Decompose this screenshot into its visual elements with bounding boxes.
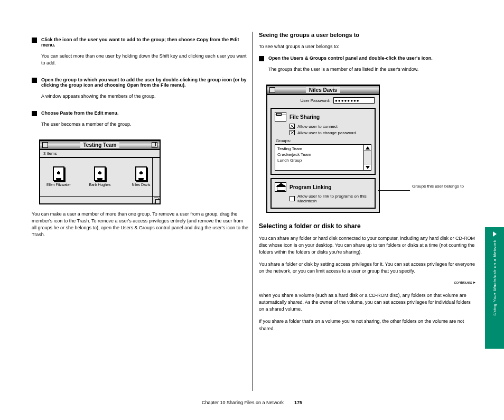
step-bullet-icon xyxy=(32,111,37,116)
password-label: User Password: xyxy=(301,98,330,103)
step-4: Open the group to which you want to add … xyxy=(32,77,248,105)
page-footer: Chapter 10 Sharing Files on a Network 17… xyxy=(0,400,504,405)
window-titlebar[interactable]: Testing Team xyxy=(40,141,160,150)
step-4-title: Open the group to which you want to add … xyxy=(41,77,248,88)
left-column: Click the icon of the user you want to a… xyxy=(32,32,248,244)
seeing-heading: Seeing the groups a user belongs to xyxy=(259,32,475,38)
seeing-intro: To see what groups a user belongs to: xyxy=(259,43,475,50)
checkbox-icon[interactable] xyxy=(290,130,295,135)
groups-list-item[interactable]: Lunch Group xyxy=(277,158,361,164)
group-members-row: Ellen Fitzwater Barb Hughes Niles Davis xyxy=(40,158,160,200)
step-bullet-icon xyxy=(32,78,37,83)
tab-arrow-icon xyxy=(493,231,497,237)
user-window: Niles Davis User Password: ●●●●●●●● File… xyxy=(266,85,380,213)
tip-p2: If you share a folder that's on a volume… xyxy=(259,318,475,332)
house-icon xyxy=(275,182,286,192)
groups-label: Groups: xyxy=(276,138,371,143)
allow-connect-label: Allow user to connect xyxy=(297,124,338,129)
step-3: Click the icon of the user you want to a… xyxy=(32,37,248,72)
tip-p1: When you share a volume (such as a hard … xyxy=(259,292,475,313)
allow-link-row[interactable]: Allow user to link to programs on this M… xyxy=(290,194,371,203)
file-sharing-section: File Sharing Allow user to connect Allow… xyxy=(270,108,376,175)
groups-list[interactable]: Testing Team Crackerjack Team Lunch Grou… xyxy=(275,145,363,170)
selecting-p2: You share a folder or disk by setting ac… xyxy=(259,261,475,275)
group-window: Testing Team 3 items Ellen Fitzwater Bar… xyxy=(39,139,161,204)
user-icon xyxy=(53,166,64,181)
tab-label: Using Your Macintosh on a Network xyxy=(492,240,497,316)
allow-link-label: Allow user to link to programs on this M… xyxy=(297,194,371,203)
step-3-body: You can select more than one user by hol… xyxy=(41,53,248,67)
remove-user-paragraph: You can make a user a member of more tha… xyxy=(32,211,248,238)
password-row: User Password: ●●●●●●●● xyxy=(267,95,379,108)
selecting-heading: Selecting a folder or disk to share xyxy=(259,222,475,230)
window-titlebar[interactable]: Niles Davis xyxy=(267,86,379,95)
chapter-side-tab: Using Your Macintosh on a Network xyxy=(485,227,504,349)
scrollbar-horizontal[interactable] xyxy=(40,196,152,203)
footer-chapter-title: Chapter 10 Sharing Files on a Network xyxy=(202,400,284,405)
member-item[interactable]: Barb Hughes xyxy=(86,166,114,187)
scrollbar-vertical[interactable] xyxy=(152,158,160,196)
zoom-box-icon[interactable] xyxy=(152,142,157,148)
close-box-icon[interactable] xyxy=(269,87,275,93)
scroll-up-icon[interactable] xyxy=(364,145,371,151)
member-name: Niles Davis xyxy=(127,183,155,187)
step-open-body: The groups that the user is a member of … xyxy=(268,66,475,73)
member-item[interactable]: Ellen Fitzwater xyxy=(44,166,73,187)
grow-box-icon[interactable] xyxy=(152,196,160,203)
user-icon xyxy=(94,166,106,181)
member-name: Ellen Fitzwater xyxy=(44,183,73,187)
member-name: Barb Hughes xyxy=(86,183,114,187)
close-box-icon[interactable] xyxy=(42,142,48,148)
step-bullet-icon xyxy=(259,56,264,61)
groups-scrollbar[interactable] xyxy=(363,145,371,170)
program-linking-title: Program Linking xyxy=(290,184,331,190)
user-icon xyxy=(135,166,147,181)
file-sharing-title: File Sharing xyxy=(290,114,320,120)
checkbox-icon[interactable] xyxy=(290,196,295,201)
window-info-bar: 3 items xyxy=(40,150,160,158)
groups-list-item[interactable]: Crackerjack Team xyxy=(277,152,361,158)
step-3-title: Click the icon of the user you want to a… xyxy=(41,37,248,48)
step-5: Choose Paste from the Edit menu. The use… xyxy=(32,110,248,133)
groups-listbox: Testing Team Crackerjack Team Lunch Grou… xyxy=(275,144,371,171)
groups-callout: Groups this user belongs to xyxy=(412,184,491,189)
window-title: Niles Davis xyxy=(306,87,340,93)
step-4-body: A window appears showing the members of … xyxy=(41,93,248,100)
step-bullet-icon xyxy=(32,38,37,43)
callout-line xyxy=(378,190,410,191)
allow-change-pw-row[interactable]: Allow user to change password xyxy=(290,130,371,135)
continues-marker: continues ▸ xyxy=(259,280,475,285)
step-open-title: Open the Users & Groups control panel an… xyxy=(268,55,475,61)
allow-connect-row[interactable]: Allow user to connect xyxy=(290,124,371,129)
step-open-user: Open the Users & Groups control panel an… xyxy=(259,55,475,78)
continue-arrow-icon: ▸ xyxy=(473,280,475,285)
right-column: Seeing the groups a user belongs to To s… xyxy=(259,32,475,338)
step-5-body: The user becomes a member of the group. xyxy=(41,121,248,128)
program-linking-section: Program Linking Allow user to link to pr… xyxy=(270,178,376,209)
checkbox-icon[interactable] xyxy=(290,124,295,129)
allow-change-pw-label: Allow user to change password xyxy=(297,130,356,135)
footer-page-number: 175 xyxy=(294,400,302,405)
scroll-track[interactable] xyxy=(364,151,371,164)
member-item[interactable]: Niles Davis xyxy=(127,166,155,187)
window-title: Testing Team xyxy=(80,142,120,148)
folder-icon xyxy=(275,112,286,122)
password-field[interactable]: ●●●●●●●● xyxy=(333,97,375,104)
step-5-title: Choose Paste from the Edit menu. xyxy=(41,110,248,116)
column-divider xyxy=(253,32,253,391)
selecting-p1: You can share any folder or hard disk co… xyxy=(259,235,475,256)
groups-list-item[interactable]: Testing Team xyxy=(277,146,361,152)
scroll-down-icon[interactable] xyxy=(364,164,371,170)
